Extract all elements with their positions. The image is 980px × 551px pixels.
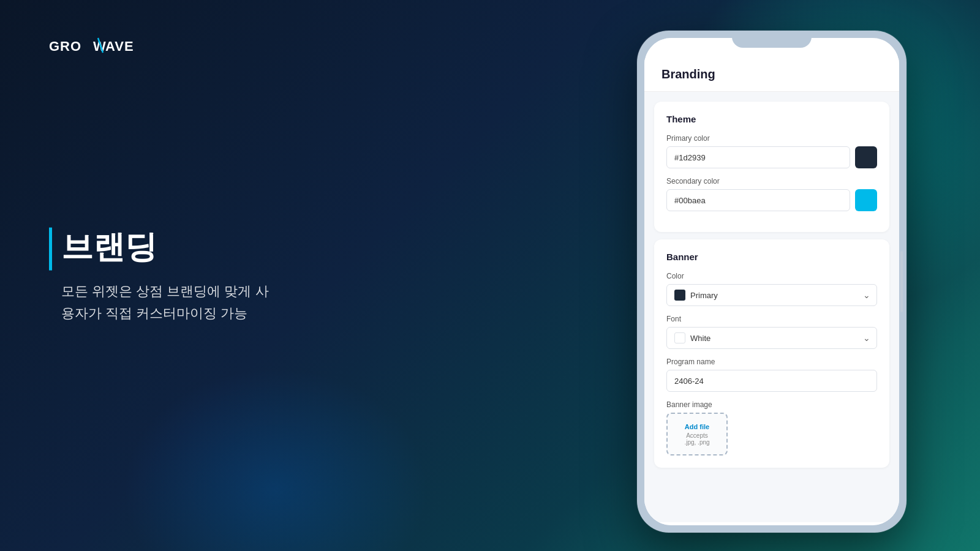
- scroll-indicator: [900, 251, 903, 312]
- theme-section-title: Theme: [666, 114, 877, 124]
- secondary-color-row: [666, 189, 877, 211]
- phone-mockup: Branding Theme Primary color: [637, 31, 907, 533]
- phone-content: Branding Theme Primary color: [644, 38, 899, 525]
- theme-card: Theme Primary color Secondary color: [654, 102, 889, 232]
- hero-title: 브랜딩: [49, 228, 269, 266]
- banner-section-title: Banner: [666, 252, 877, 262]
- accent-bar: [49, 228, 52, 271]
- upload-accepts-label: Accepts.jpg, .png: [684, 432, 709, 446]
- svg-text:AVE: AVE: [105, 39, 134, 54]
- phone-inner: Branding Theme Primary color: [644, 38, 899, 525]
- font-label: Font: [666, 315, 877, 323]
- secondary-color-swatch[interactable]: [855, 189, 877, 211]
- secondary-color-label: Secondary color: [666, 177, 877, 186]
- phone-scroll-content: Theme Primary color Secondary color: [644, 92, 899, 522]
- branding-header: Branding: [644, 55, 899, 92]
- primary-color-row: [666, 146, 877, 168]
- color-select-wrapper: Primary: [666, 284, 877, 306]
- hero-subtitle: 모든 위젯은 상점 브랜딩에 맞게 사 용자가 직접 커스터마이징 가능: [49, 280, 269, 323]
- branding-title: Branding: [662, 67, 882, 81]
- program-name-input[interactable]: [666, 370, 877, 392]
- font-select-wrapper: White: [666, 327, 877, 349]
- primary-color-input[interactable]: [666, 146, 850, 168]
- phone-notch: [732, 31, 812, 48]
- color-select[interactable]: Primary: [666, 284, 877, 306]
- logo: GRO W AVE: [49, 37, 147, 55]
- hero-section: 브랜딩 모든 위젯은 상점 브랜딩에 맞게 사 용자가 직접 커스터마이징 가능: [49, 228, 269, 324]
- banner-card: Banner Color Primary Font: [654, 239, 889, 468]
- secondary-color-input[interactable]: [666, 189, 850, 211]
- primary-color-swatch[interactable]: [855, 146, 877, 168]
- program-name-label: Program name: [666, 358, 877, 366]
- banner-image-upload[interactable]: Add file Accepts.jpg, .png: [666, 413, 728, 455]
- font-select[interactable]: White: [666, 327, 877, 349]
- banner-image-label: Banner image: [666, 400, 877, 409]
- color-dot-dark: [674, 290, 685, 301]
- svg-text:GRO: GRO: [49, 39, 81, 54]
- font-option-label: White: [690, 334, 710, 343]
- color-option-label: Primary: [690, 291, 718, 300]
- color-label: Color: [666, 272, 877, 280]
- add-file-label[interactable]: Add file: [685, 423, 709, 430]
- phone-frame: Branding Theme Primary color: [637, 31, 907, 533]
- color-dot-white: [674, 332, 685, 343]
- primary-color-label: Primary color: [666, 134, 877, 143]
